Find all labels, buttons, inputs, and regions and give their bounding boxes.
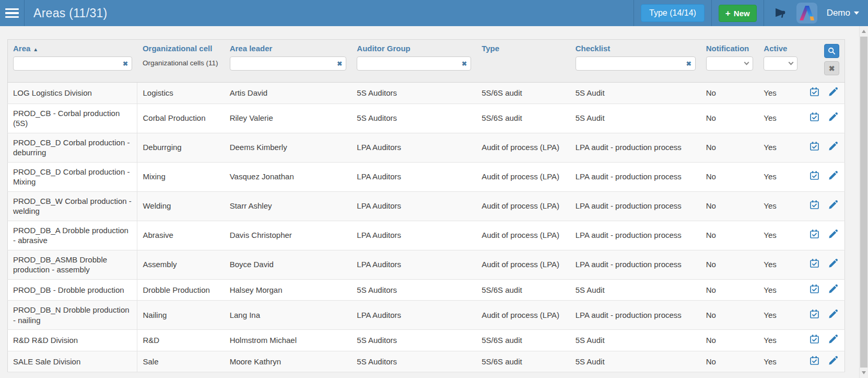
schedule-audit-button[interactable] xyxy=(810,112,819,122)
checklist-filter-input[interactable] xyxy=(576,56,696,71)
cell-auditor_group: LPA Auditors xyxy=(351,250,476,279)
edit-area-button[interactable] xyxy=(828,284,838,294)
cell-active: Yes xyxy=(758,221,803,250)
cell-checklist: LPA audit - production process xyxy=(570,250,701,279)
schedule-audit-button[interactable] xyxy=(810,200,819,210)
user-menu[interactable]: Demo xyxy=(827,8,859,18)
table-row: PROD_CB_D Corbal production - deburringD… xyxy=(8,133,845,162)
edit-area-button[interactable] xyxy=(828,309,838,319)
search-button[interactable] xyxy=(824,44,839,58)
clear-icon: ✖ xyxy=(829,65,835,72)
schedule-audit-button[interactable] xyxy=(810,309,819,319)
table-row: PROD_DB - Drobble productionDrobble Prod… xyxy=(8,279,845,301)
edit-area-button[interactable] xyxy=(828,200,838,210)
cell-cell: Assembly xyxy=(137,250,225,279)
calendar-check-icon xyxy=(810,200,819,210)
edit-pencil-icon xyxy=(828,87,838,97)
edit-pencil-icon xyxy=(828,284,838,294)
clear-filter-icon[interactable]: ✖ xyxy=(337,61,342,67)
cell-notification: No xyxy=(701,191,759,221)
type-filter-button[interactable]: Type (14/14) xyxy=(641,4,705,22)
schedule-audit-button[interactable] xyxy=(810,229,819,239)
cell-auditor_group: 5S Auditors xyxy=(351,330,476,351)
cell-auditor_group: 5S Auditors xyxy=(351,104,476,133)
cell-auditor_group: LPA Auditors xyxy=(351,191,476,221)
active-column-label[interactable]: Active xyxy=(764,44,797,53)
areas-table-panel: Area▲✖Organizational cellOrganizational … xyxy=(7,39,845,372)
edit-area-button[interactable] xyxy=(828,356,838,365)
cell-checklist: LPA audit - production process xyxy=(570,221,701,250)
cell-area: PROD_CB_W Corbal production - welding xyxy=(8,191,137,221)
schedule-audit-button[interactable] xyxy=(810,87,819,97)
edit-area-button[interactable] xyxy=(828,258,838,268)
cell-area: PROD_DB_A Drobble production - abrasive xyxy=(8,221,137,250)
cell-actions xyxy=(803,191,844,221)
cell-area: PROD_DB_ASMB Drobble production - assemb… xyxy=(8,250,137,279)
cell-type: Audit of process (LPA) xyxy=(476,250,570,279)
column-header-checklist: Checklist✖ xyxy=(570,40,701,83)
checklist-column-label[interactable]: Checklist xyxy=(576,44,696,53)
scrollbar-thumb[interactable] xyxy=(860,37,867,368)
schedule-audit-button[interactable] xyxy=(810,284,819,294)
clear-filter-icon[interactable]: ✖ xyxy=(123,61,128,67)
schedule-audit-button[interactable] xyxy=(810,141,819,151)
app-logo[interactable] xyxy=(796,3,817,24)
calendar-check-icon xyxy=(810,309,819,319)
cell-leader: Davis Christopher xyxy=(225,221,352,250)
area-column-label[interactable]: Area▲ xyxy=(13,44,132,53)
edit-area-button[interactable] xyxy=(828,334,838,344)
notification-filter-select[interactable] xyxy=(706,56,754,71)
auditor_group-filter-input[interactable] xyxy=(357,56,471,71)
schedule-audit-button[interactable] xyxy=(810,356,819,365)
edit-pencil-icon xyxy=(828,112,838,122)
cell-leader: Holmstrom Michael xyxy=(225,330,352,351)
hamburger-icon xyxy=(5,8,19,10)
area-filter-input[interactable] xyxy=(13,56,132,71)
auditor_group-column-label[interactable]: Auditor Group xyxy=(357,44,471,53)
calendar-check-icon xyxy=(810,87,819,97)
cell-column-label[interactable]: Organizational cell xyxy=(143,44,219,53)
cell-type: Audit of process (LPA) xyxy=(476,221,570,250)
edit-area-button[interactable] xyxy=(828,141,838,151)
cell-active: Yes xyxy=(758,133,803,162)
edit-area-button[interactable] xyxy=(828,87,838,97)
schedule-audit-button[interactable] xyxy=(810,170,819,180)
cell-cell: Corbal Production xyxy=(137,104,225,133)
edit-area-button[interactable] xyxy=(828,229,838,239)
cell-actions xyxy=(803,162,844,191)
clear-filter-icon[interactable]: ✖ xyxy=(462,61,467,67)
cell-area: PROD_DB_N Drobble production - nailing xyxy=(8,301,137,330)
column-header-area: Area▲✖ xyxy=(8,40,137,83)
cell-leader: Artis David xyxy=(225,83,352,104)
cell-notification: No xyxy=(701,104,759,133)
scroll-down-arrow-icon[interactable] xyxy=(862,371,866,374)
edit-area-button[interactable] xyxy=(828,170,838,180)
announcements-button[interactable] xyxy=(773,6,787,20)
edit-pencil-icon xyxy=(828,309,838,319)
cell-column-subtext[interactable]: Organizational cells (11) xyxy=(143,56,219,67)
column-header-notification: Notification xyxy=(701,40,759,83)
schedule-audit-button[interactable] xyxy=(810,334,819,344)
cell-notification: No xyxy=(701,83,759,104)
leader-column-label[interactable]: Area leader xyxy=(230,44,347,53)
cell-actions xyxy=(803,83,844,104)
column-header-cell: Organizational cellOrganizational cells … xyxy=(137,40,225,83)
cell-cell: Drobble Production xyxy=(137,279,225,301)
notification-column-label[interactable]: Notification xyxy=(706,44,754,53)
menu-button[interactable] xyxy=(0,0,25,26)
edit-area-button[interactable] xyxy=(828,112,838,122)
active-filter-select[interactable] xyxy=(764,56,797,71)
leader-filter-input[interactable] xyxy=(230,56,347,71)
scroll-up-arrow-icon[interactable] xyxy=(862,30,866,33)
reset-filters-button[interactable]: ✖ xyxy=(824,61,839,75)
table-row: PROD_DB_N Drobble production - nailingNa… xyxy=(8,301,845,330)
new-button[interactable]: + New xyxy=(719,5,757,22)
table-row: LOG Logistics DivisionLogisticsArtis Dav… xyxy=(8,83,845,104)
cell-active: Yes xyxy=(758,279,803,301)
vertical-scrollbar[interactable] xyxy=(859,26,868,378)
cell-type: Audit of process (LPA) xyxy=(476,191,570,221)
cell-actions xyxy=(803,250,844,279)
clear-filter-icon[interactable]: ✖ xyxy=(686,61,691,67)
schedule-audit-button[interactable] xyxy=(810,258,819,268)
type-column-label[interactable]: Type xyxy=(482,44,565,53)
